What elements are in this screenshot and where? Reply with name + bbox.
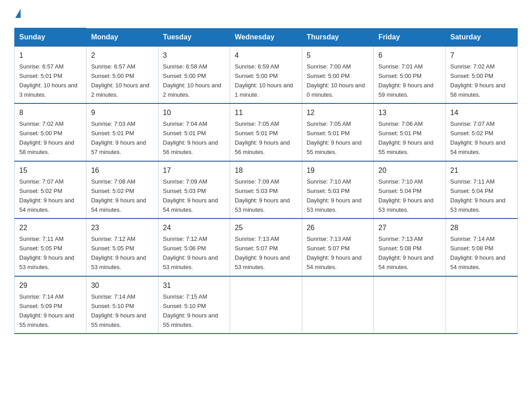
- day-info: Sunrise: 6:57 AMSunset: 5:01 PMDaylight:…: [19, 63, 77, 98]
- day-cell: 16 Sunrise: 7:08 AMSunset: 5:02 PMDaylig…: [86, 161, 158, 218]
- day-cell: 19 Sunrise: 7:10 AMSunset: 5:03 PMDaylig…: [302, 161, 373, 218]
- day-number: 6: [378, 50, 441, 61]
- day-info: Sunrise: 7:04 AMSunset: 5:01 PMDaylight:…: [163, 120, 218, 155]
- day-number: 3: [163, 50, 225, 61]
- day-cell: 30 Sunrise: 7:14 AMSunset: 5:10 PMDaylig…: [86, 276, 158, 334]
- week-row-4: 22 Sunrise: 7:11 AMSunset: 5:05 PMDaylig…: [15, 218, 518, 276]
- day-number: 31: [163, 280, 225, 291]
- day-info: Sunrise: 6:58 AMSunset: 5:00 PMDaylight:…: [163, 63, 221, 98]
- day-info: Sunrise: 7:11 AMSunset: 5:05 PMDaylight:…: [19, 235, 74, 270]
- day-number: 15: [19, 165, 82, 176]
- header-sunday: Sunday: [15, 28, 86, 46]
- day-number: 20: [378, 165, 441, 176]
- day-info: Sunrise: 6:57 AMSunset: 5:00 PMDaylight:…: [91, 63, 149, 98]
- day-cell: 25 Sunrise: 7:13 AMSunset: 5:07 PMDaylig…: [230, 218, 302, 276]
- day-info: Sunrise: 7:03 AMSunset: 5:01 PMDaylight:…: [91, 120, 146, 155]
- day-number: 24: [163, 223, 225, 234]
- page-header: [14, 11, 518, 20]
- day-info: Sunrise: 7:01 AMSunset: 5:00 PMDaylight:…: [378, 63, 433, 98]
- day-cell: 7 Sunrise: 7:02 AMSunset: 5:00 PMDayligh…: [446, 46, 517, 103]
- day-number: 7: [450, 50, 513, 61]
- header-saturday: Saturday: [446, 28, 517, 46]
- day-cell: 24 Sunrise: 7:12 AMSunset: 5:06 PMDaylig…: [158, 218, 230, 276]
- day-cell: 23 Sunrise: 7:12 AMSunset: 5:05 PMDaylig…: [86, 218, 158, 276]
- calendar-header-row: SundayMondayTuesdayWednesdayThursdayFrid…: [15, 28, 518, 46]
- day-cell: 17 Sunrise: 7:09 AMSunset: 5:03 PMDaylig…: [158, 161, 230, 218]
- day-info: Sunrise: 7:15 AMSunset: 5:10 PMDaylight:…: [163, 293, 218, 328]
- day-cell: 15 Sunrise: 7:07 AMSunset: 5:02 PMDaylig…: [15, 161, 86, 218]
- day-info: Sunrise: 7:09 AMSunset: 5:03 PMDaylight:…: [163, 178, 218, 213]
- day-cell: 2 Sunrise: 6:57 AMSunset: 5:00 PMDayligh…: [86, 46, 158, 103]
- day-number: 14: [450, 107, 513, 119]
- day-cell: 3 Sunrise: 6:58 AMSunset: 5:00 PMDayligh…: [158, 46, 230, 103]
- day-cell: 27 Sunrise: 7:13 AMSunset: 5:08 PMDaylig…: [374, 218, 446, 276]
- day-cell: 29 Sunrise: 7:14 AMSunset: 5:09 PMDaylig…: [15, 276, 86, 334]
- header-thursday: Thursday: [302, 28, 373, 46]
- day-number: 8: [19, 107, 82, 119]
- day-cell: 12 Sunrise: 7:05 AMSunset: 5:01 PMDaylig…: [302, 103, 373, 161]
- day-info: Sunrise: 7:14 AMSunset: 5:10 PMDaylight:…: [91, 293, 146, 328]
- day-info: Sunrise: 7:13 AMSunset: 5:07 PMDaylight:…: [235, 235, 290, 270]
- day-info: Sunrise: 7:12 AMSunset: 5:05 PMDaylight:…: [91, 235, 146, 270]
- header-wednesday: Wednesday: [230, 28, 302, 46]
- day-number: 9: [91, 107, 153, 119]
- day-cell: 8 Sunrise: 7:02 AMSunset: 5:00 PMDayligh…: [15, 103, 86, 161]
- day-info: Sunrise: 7:11 AMSunset: 5:04 PMDaylight:…: [450, 178, 506, 213]
- day-number: 18: [235, 165, 297, 176]
- calendar-table: SundayMondayTuesdayWednesdayThursdayFrid…: [14, 28, 518, 334]
- day-number: 21: [450, 165, 513, 176]
- day-info: Sunrise: 7:10 AMSunset: 5:03 PMDaylight:…: [307, 178, 362, 213]
- day-number: 16: [91, 165, 153, 176]
- day-number: 23: [91, 223, 153, 234]
- day-number: 30: [91, 280, 153, 291]
- day-cell: 31 Sunrise: 7:15 AMSunset: 5:10 PMDaylig…: [158, 276, 230, 334]
- day-cell: 11 Sunrise: 7:05 AMSunset: 5:01 PMDaylig…: [230, 103, 302, 161]
- day-info: Sunrise: 7:10 AMSunset: 5:04 PMDaylight:…: [378, 178, 433, 213]
- day-number: 29: [19, 280, 82, 291]
- day-number: 17: [163, 165, 225, 176]
- day-info: Sunrise: 7:07 AMSunset: 5:02 PMDaylight:…: [450, 120, 506, 155]
- day-cell: 10 Sunrise: 7:04 AMSunset: 5:01 PMDaylig…: [158, 103, 230, 161]
- day-number: 1: [19, 50, 82, 61]
- day-info: Sunrise: 7:14 AMSunset: 5:08 PMDaylight:…: [450, 235, 506, 270]
- day-cell: [302, 276, 373, 334]
- logo-triangle-icon: [15, 9, 21, 18]
- day-info: Sunrise: 7:06 AMSunset: 5:01 PMDaylight:…: [378, 120, 433, 155]
- day-cell: 9 Sunrise: 7:03 AMSunset: 5:01 PMDayligh…: [86, 103, 158, 161]
- day-cell: 26 Sunrise: 7:13 AMSunset: 5:07 PMDaylig…: [302, 218, 373, 276]
- day-info: Sunrise: 7:07 AMSunset: 5:02 PMDaylight:…: [19, 178, 74, 213]
- logo: [14, 11, 21, 20]
- day-cell: 28 Sunrise: 7:14 AMSunset: 5:08 PMDaylig…: [446, 218, 517, 276]
- week-row-1: 1 Sunrise: 6:57 AMSunset: 5:01 PMDayligh…: [15, 46, 518, 103]
- day-cell: [374, 276, 446, 334]
- header-friday: Friday: [374, 28, 446, 46]
- week-row-5: 29 Sunrise: 7:14 AMSunset: 5:09 PMDaylig…: [15, 276, 518, 334]
- day-info: Sunrise: 7:05 AMSunset: 5:01 PMDaylight:…: [307, 120, 362, 155]
- day-info: Sunrise: 7:08 AMSunset: 5:02 PMDaylight:…: [91, 178, 146, 213]
- day-cell: 20 Sunrise: 7:10 AMSunset: 5:04 PMDaylig…: [374, 161, 446, 218]
- day-info: Sunrise: 6:59 AMSunset: 5:00 PMDaylight:…: [235, 63, 293, 98]
- day-number: 5: [307, 50, 369, 61]
- day-cell: 22 Sunrise: 7:11 AMSunset: 5:05 PMDaylig…: [15, 218, 86, 276]
- day-info: Sunrise: 7:02 AMSunset: 5:00 PMDaylight:…: [450, 63, 506, 98]
- header-tuesday: Tuesday: [158, 28, 230, 46]
- day-info: Sunrise: 7:14 AMSunset: 5:09 PMDaylight:…: [19, 293, 74, 328]
- day-number: 19: [307, 165, 369, 176]
- day-cell: 18 Sunrise: 7:09 AMSunset: 5:03 PMDaylig…: [230, 161, 302, 218]
- day-number: 13: [378, 107, 441, 119]
- day-cell: 5 Sunrise: 7:00 AMSunset: 5:00 PMDayligh…: [302, 46, 373, 103]
- day-cell: 13 Sunrise: 7:06 AMSunset: 5:01 PMDaylig…: [374, 103, 446, 161]
- day-number: 4: [235, 50, 297, 61]
- day-number: 26: [307, 223, 369, 234]
- week-row-2: 8 Sunrise: 7:02 AMSunset: 5:00 PMDayligh…: [15, 103, 518, 161]
- day-cell: 21 Sunrise: 7:11 AMSunset: 5:04 PMDaylig…: [446, 161, 517, 218]
- day-cell: [230, 276, 302, 334]
- day-number: 22: [19, 223, 82, 234]
- day-number: 11: [235, 107, 297, 119]
- header-monday: Monday: [86, 28, 158, 46]
- day-number: 27: [378, 223, 441, 234]
- week-row-3: 15 Sunrise: 7:07 AMSunset: 5:02 PMDaylig…: [15, 161, 518, 218]
- day-number: 28: [450, 223, 513, 234]
- day-cell: 4 Sunrise: 6:59 AMSunset: 5:00 PMDayligh…: [230, 46, 302, 103]
- day-info: Sunrise: 7:05 AMSunset: 5:01 PMDaylight:…: [235, 120, 290, 155]
